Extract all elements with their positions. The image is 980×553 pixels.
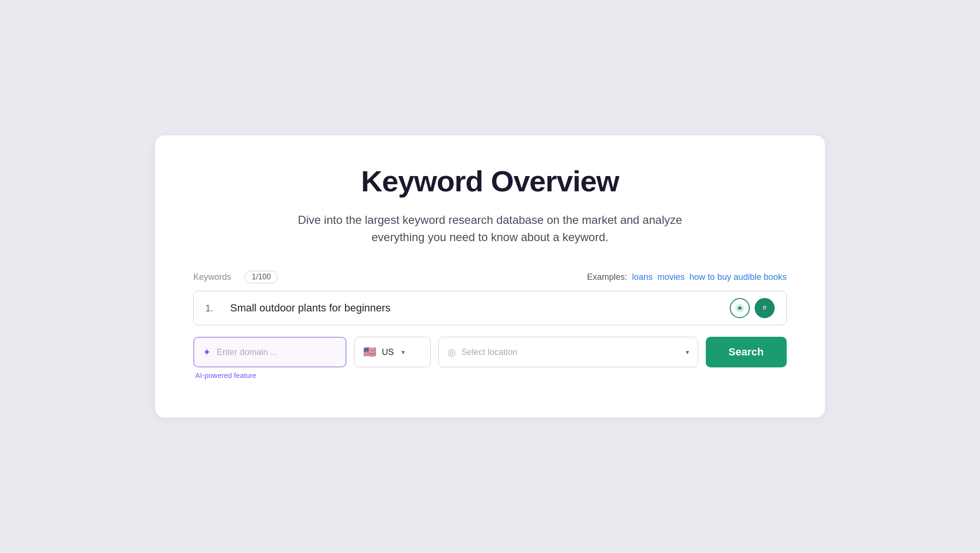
examples-section: Examples: loans movies how to buy audibl…: [587, 272, 787, 282]
domain-input-box[interactable]: ✦ Enter domain ...: [193, 337, 346, 367]
domain-input-wrapper: ✦ Enter domain ... AI-powered feature: [193, 337, 346, 379]
keywords-count-badge: 1/100: [245, 271, 278, 283]
location-pin-icon: ◎: [447, 346, 456, 358]
country-chevron-down-icon: ▾: [401, 348, 405, 356]
sparkle-icon: ✦: [203, 346, 211, 358]
keyword-index: 1.: [205, 303, 219, 314]
keyword-input-row: 1.: [193, 291, 787, 325]
keywords-label: Keywords: [193, 272, 231, 282]
grammarly-icon-btn[interactable]: [755, 298, 775, 318]
page-title: Keyword Overview: [193, 164, 787, 198]
location-placeholder: Select location: [461, 347, 678, 357]
domain-placeholder: Enter domain ...: [217, 347, 278, 357]
keyword-text-input[interactable]: [230, 302, 730, 314]
location-chevron-down-icon: ▾: [686, 348, 689, 356]
example-link-loans[interactable]: loans: [632, 272, 653, 282]
keywords-row: Keywords 1/100 Examples: loans movies ho…: [193, 271, 787, 283]
example-link-audible[interactable]: how to buy audible books: [690, 272, 787, 282]
location-select[interactable]: ◎ Select location ▾: [438, 337, 698, 367]
ai-powered-label: AI-powered feature: [193, 371, 346, 379]
country-label: US: [382, 347, 394, 357]
example-link-movies[interactable]: movies: [657, 272, 685, 282]
semrush-ai-icon-btn[interactable]: [730, 298, 750, 318]
country-select[interactable]: 🇺🇸 US ▾: [354, 337, 431, 367]
search-button[interactable]: Search: [706, 337, 787, 367]
examples-label: Examples:: [587, 272, 627, 282]
keyword-icons: [730, 298, 775, 318]
main-card: Keyword Overview Dive into the largest k…: [155, 135, 825, 418]
page-subtitle: Dive into the largest keyword research d…: [294, 211, 686, 246]
svg-point-1: [760, 303, 769, 313]
us-flag-icon: 🇺🇸: [363, 346, 376, 358]
controls-row: ✦ Enter domain ... AI-powered feature 🇺🇸…: [193, 337, 787, 379]
